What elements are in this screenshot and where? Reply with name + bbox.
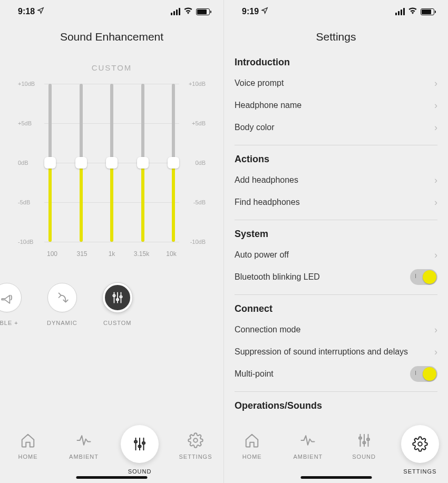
row-label: Add headphones (235, 175, 298, 185)
toggle-multi-point[interactable]: I (410, 366, 437, 382)
tab-label: SOUND (352, 454, 376, 460)
section-title: Connect (235, 303, 437, 314)
settings-row-headphone-name[interactable]: Headphone name› (235, 94, 437, 116)
db-label: -10dB (18, 239, 33, 245)
tab-label: SETTINGS (403, 468, 436, 475)
preset-dynamic[interactable]: DYNAMIC (47, 283, 77, 326)
home-indicator[interactable] (300, 476, 372, 479)
freq-label: 3.15k (134, 250, 150, 258)
tab-label: SOUND (128, 468, 152, 475)
cellular-icon (171, 8, 180, 15)
location-icon (37, 7, 44, 16)
sound-enhancement-screen: 9:18 Sound Enhancement CUSTOM (0, 0, 224, 483)
chevron-right-icon: › (434, 197, 437, 208)
settings-row-find-headphones[interactable]: Find headphones› (235, 191, 437, 213)
db-label: +5dB (192, 120, 206, 126)
settings-row-body-color[interactable]: Body color› (235, 116, 437, 139)
status-indicators (171, 7, 210, 16)
tab-sound[interactable]: SOUND (343, 432, 385, 460)
row-label: Bluetooth blinking LED (235, 272, 320, 282)
db-label: +10dB (18, 81, 35, 87)
cellular-icon (395, 8, 405, 15)
chevron-right-icon: › (434, 122, 437, 133)
freq-label: 1k (104, 250, 120, 258)
page-title: Settings (224, 23, 448, 48)
status-bar: 9:18 (0, 0, 223, 23)
preset-label: DYNAMIC (47, 320, 77, 326)
settings-row-bluetooth-blinking-led[interactable]: Bluetooth blinking LEDI (235, 266, 437, 288)
settings-row-suppression-of-sound-interruptions-and-delays[interactable]: Suppression of sound interruptions and d… (235, 341, 437, 363)
settings-section-introduction: Introduction Voice prompt› Headphone nam… (224, 48, 448, 139)
trumpet-icon (0, 283, 22, 312)
svg-point-12 (193, 438, 198, 442)
settings-section-actions: Actions Add headphones› Find headphones› (224, 145, 448, 213)
settings-screen: 9:19 Settings Introduction Voice prompt›… (224, 0, 448, 483)
home-indicator[interactable] (76, 476, 148, 479)
db-label: -5dB (18, 199, 30, 205)
chevron-right-icon: › (434, 175, 437, 186)
eq-slider-10k[interactable] (168, 84, 179, 242)
settings-row-voice-prompt[interactable]: Voice prompt› (235, 72, 437, 94)
eq-slider-1k[interactable] (106, 84, 118, 242)
row-label: Auto power off (235, 250, 289, 260)
db-label: 0dB (18, 160, 28, 166)
settings-section-system: System Auto power off› Bluetooth blinkin… (224, 220, 448, 288)
db-label: +10dB (189, 81, 206, 87)
chevron-right-icon: › (434, 78, 437, 89)
db-label: 0dB (195, 160, 206, 166)
eq-slider-100[interactable] (44, 84, 56, 242)
status-time: 9:19 (242, 7, 268, 16)
db-label: -5dB (193, 199, 206, 205)
tab-label: AMBIENT (69, 454, 99, 460)
status-bar: 9:19 (224, 0, 448, 23)
freq-label: 10k (163, 250, 179, 258)
row-label: Suppression of sound interruptions and d… (235, 347, 408, 357)
preset-custom[interactable]: CUSTOM (103, 283, 132, 326)
status-time: 9:18 (18, 7, 44, 16)
ambient-icon (76, 432, 92, 448)
sliders-icon (103, 283, 132, 312)
eq-slider-315[interactable] (75, 84, 87, 242)
tab-ambient[interactable]: AMBIENT (287, 432, 329, 460)
tab-home[interactable]: HOME (7, 432, 49, 460)
row-label: Voice prompt (235, 78, 284, 88)
chevron-right-icon: › (434, 324, 437, 336)
row-label: Headphone name (235, 101, 301, 110)
db-label: +5dB (18, 120, 32, 126)
preset-eble-[interactable]: EBLE + (0, 283, 22, 326)
settings-row-add-headphones[interactable]: Add headphones› (235, 169, 437, 191)
tab-bar: HOME AMBIENT SOUND SETTINGS (224, 425, 448, 483)
location-icon (261, 7, 268, 16)
wifi-icon (183, 7, 193, 16)
section-title: Actions (235, 154, 437, 165)
settings-section-operations-sounds: Operations/Sounds (224, 392, 448, 411)
tab-home[interactable]: HOME (231, 432, 273, 460)
svg-point-19 (418, 442, 422, 446)
chevron-right-icon: › (434, 100, 437, 111)
row-label: Find headphones (235, 198, 300, 207)
gear-icon (188, 432, 203, 448)
equalizer: 1003151k3.15k10k +10dB+10dB+5dB+5dB0dB0d… (12, 84, 212, 258)
tab-label: SETTINGS (179, 454, 212, 460)
row-label: Connection mode (235, 325, 300, 334)
preset-label: EBLE + (0, 320, 18, 326)
tab-sound[interactable]: SOUND (119, 432, 161, 475)
settings-row-auto-power-off[interactable]: Auto power off› (235, 244, 437, 266)
toggle-bluetooth-blinking-led[interactable]: I (410, 269, 437, 285)
dynamic-icon (47, 283, 77, 312)
status-indicators (395, 7, 434, 16)
eq-slider-3.15k[interactable] (137, 84, 149, 242)
tab-settings[interactable]: SETTINGS (399, 432, 441, 475)
ambient-icon (300, 432, 316, 448)
tab-settings[interactable]: SETTINGS (174, 432, 217, 460)
row-label: Multi-point (235, 369, 274, 379)
eq-preset-name: CUSTOM (92, 63, 132, 72)
section-title: Introduction (235, 57, 437, 68)
freq-label: 100 (44, 250, 60, 258)
settings-row-connection-mode[interactable]: Connection mode› (235, 319, 437, 341)
section-title: System (235, 229, 437, 240)
settings-row-multi-point[interactable]: Multi-pointI (235, 363, 437, 385)
tab-ambient[interactable]: AMBIENT (63, 432, 105, 460)
tab-label: HOME (18, 454, 38, 460)
row-label: Body color (235, 123, 275, 132)
